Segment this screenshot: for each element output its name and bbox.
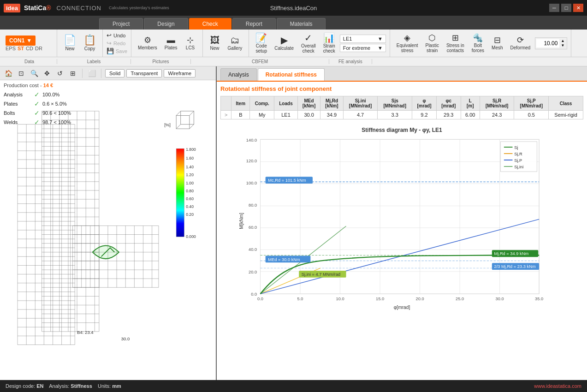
tab-project[interactable]: Project — [99, 18, 143, 30]
minimize-button[interactable]: ─ — [549, 4, 559, 12]
code-setup-icon: 📝 — [255, 33, 267, 42]
col-expand — [221, 96, 231, 111]
strain-check-button[interactable]: 📊 Straincheck — [320, 31, 338, 55]
zoom-fit-button[interactable]: ⊡ — [16, 68, 27, 79]
design-code-label: Design code: — [6, 383, 35, 389]
mesh-button[interactable]: ⊟ Mesh — [489, 34, 505, 52]
plates-button[interactable]: ▬ Plates — [162, 34, 180, 52]
svg-rect-88 — [176, 148, 184, 237]
colorbar-val-1: 1.800 — [186, 147, 196, 152]
svg-text:20.0: 20.0 — [249, 270, 257, 274]
strain-check-icon: 📊 — [323, 33, 335, 42]
row-sjp: 0.5 — [514, 111, 549, 119]
row-loads: LE1 — [274, 111, 298, 119]
deformed-button[interactable]: ⟳ Deformed — [508, 34, 534, 52]
gallery-button[interactable]: 🗂 Gallery — [225, 34, 245, 53]
equivalent-stress-label: Equivalentstress — [397, 43, 418, 53]
wireframe-button[interactable]: Wireframe — [164, 69, 196, 77]
stress-contacts-button[interactable]: ⊞ Stress incontacts — [444, 32, 467, 55]
move-button[interactable]: ✥ — [42, 68, 53, 79]
redo-button[interactable]: ↪ Redo — [107, 40, 127, 47]
col-class: Class — [549, 96, 583, 111]
copy-button[interactable]: 📋 Copy — [81, 33, 99, 53]
logo-icon: idea — [4, 4, 20, 12]
fit-button[interactable]: ⊞ — [67, 68, 78, 79]
svg-text:120.0: 120.0 — [246, 159, 257, 163]
rotate-button[interactable]: ↺ — [54, 68, 65, 79]
zoom-in-button[interactable]: 🔍 — [29, 68, 40, 79]
chart-area: Stiffness diagram My - φy, LE1 — [217, 123, 587, 380]
transparent-button[interactable]: Transparent — [126, 69, 162, 77]
calculate-button[interactable]: ▶ Calculate — [272, 34, 296, 53]
check-plates: Plates ✓ 0.6 × 5.0% — [4, 100, 71, 107]
copy-icon: 📋 — [83, 35, 96, 45]
row-phic: 29.3 — [436, 111, 461, 119]
plastic-strain-button[interactable]: ⬡ Plasticstrain — [422, 32, 441, 55]
tab-rotational-stiffness[interactable]: Rotational stiffness — [258, 68, 325, 81]
overall-check-button[interactable]: ✓ Overallcheck — [298, 31, 319, 55]
tab-report[interactable]: Report — [232, 18, 276, 30]
new2-button[interactable]: 🖼 New — [207, 34, 223, 53]
num-down-button[interactable]: ▼ — [559, 43, 566, 48]
annotation-mc-rd: Mc,Rd = 101.5 kNm — [268, 178, 306, 183]
lcs-label: LCS — [186, 45, 195, 50]
plates-icon: ▬ — [167, 36, 175, 44]
tab-materials[interactable]: Materials — [277, 18, 326, 30]
close-button[interactable]: ✕ — [573, 4, 583, 12]
colorbar-val-2: 1.60 — [186, 156, 194, 160]
colorbar-val-5: 1.00 — [186, 181, 194, 185]
le1-dropdown[interactable]: LE1 ▼ — [340, 35, 386, 43]
lcs-icon: ⊹ — [187, 36, 194, 44]
num-up-button[interactable]: ▲ — [559, 39, 566, 43]
code-setup-label: Codesetup — [256, 43, 267, 53]
annotation-sjini: Sj,ini = 4.7 MNm/rad — [302, 272, 340, 277]
save-button[interactable]: 💾 Save — [107, 48, 127, 54]
con-name-row: CON1 ▼ — [6, 36, 36, 46]
row-expand-arrow[interactable]: > — [221, 111, 231, 119]
equivalent-stress-icon: ◈ — [404, 34, 410, 42]
website-link[interactable]: www.ideastatica.com — [534, 383, 581, 389]
tab-check[interactable]: Check — [189, 18, 231, 30]
svg-text:25.0: 25.0 — [456, 297, 464, 301]
bolt-forces-icon: 🔩 — [473, 34, 483, 42]
window-title: Stiffness.ideaCon — [270, 5, 317, 12]
con-dropdown-arrow: ▼ — [26, 37, 32, 44]
undo-button[interactable]: ↩ Undo — [107, 32, 127, 39]
bolt-forces-button[interactable]: 🔩 Boltforces — [469, 32, 487, 55]
label-pictures: Pictures — [131, 59, 191, 64]
check-bolts: Bolts ✓ 90.6 < 100% — [4, 109, 71, 117]
row-item: B — [231, 111, 250, 119]
status-right: www.ideastatica.com — [534, 383, 581, 389]
for-extreme-dropdown[interactable]: For extreme ▼ — [340, 44, 386, 52]
tab-analysis[interactable]: Analysis — [220, 68, 257, 81]
equivalent-stress-button[interactable]: ◈ Equivalentstress — [394, 32, 421, 55]
home-button[interactable]: 🏠 — [3, 68, 14, 79]
redo-label: Redo — [113, 41, 125, 46]
module-name: CONNECTION — [57, 5, 101, 12]
design-code-value: EN — [36, 383, 43, 389]
mode-dr[interactable]: DR — [35, 46, 42, 51]
num-input[interactable] — [536, 39, 559, 48]
col-phi: φ[mrad] — [412, 96, 437, 111]
mode-st[interactable]: ST — [18, 46, 24, 51]
solid-button[interactable]: Solid — [105, 69, 125, 77]
left-panel: 🏠 ⊡ 🔍 ✥ ↺ ⊞ ⬜ Solid Transparent Wirefram… — [0, 66, 217, 380]
annotation-med: MEd = 30.0 kNm — [268, 257, 300, 262]
deformed-icon: ⟳ — [517, 36, 524, 44]
tab-design[interactable]: Design — [144, 18, 188, 30]
deformed-label: Deformed — [510, 45, 531, 50]
subtitle: Calculates yesterday's estimates — [109, 6, 169, 10]
check-plates-icon: ✓ — [34, 100, 40, 107]
production-cost-row: Production cost - 14 € — [4, 83, 71, 88]
units-label: Units: — [98, 383, 111, 389]
mode-cd[interactable]: CD — [26, 46, 33, 51]
con-dropdown[interactable]: CON1 ▼ — [6, 36, 36, 46]
new-button[interactable]: 📄 New — [61, 33, 79, 53]
lcs-button[interactable]: ⊹ LCS — [182, 34, 199, 52]
members-button[interactable]: ⚙ Members — [135, 34, 160, 52]
mode-eps[interactable]: EPS — [6, 46, 16, 51]
code-setup-button[interactable]: 📝 Codesetup — [253, 31, 270, 55]
maximize-button[interactable]: □ — [561, 4, 571, 12]
svg-text:0.0: 0.0 — [257, 297, 263, 301]
cube-button[interactable]: ⬜ — [86, 68, 97, 79]
